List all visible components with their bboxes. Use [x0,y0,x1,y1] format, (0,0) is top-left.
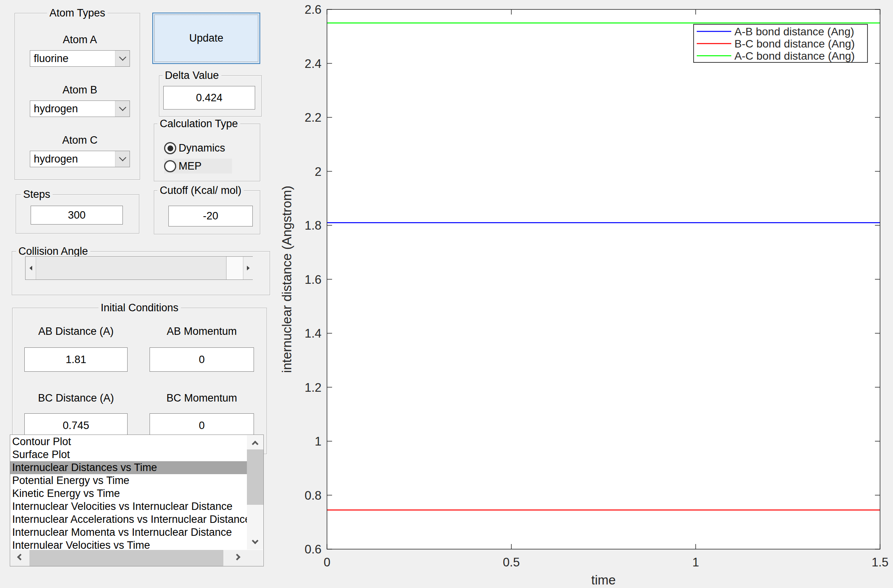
horizontal-scrollbar[interactable] [11,550,263,566]
calculation-type-panel: Calculation Type Dynamics MEP [154,124,260,181]
list-item[interactable]: Internulear Velocities vs Time [10,539,247,550]
y-tick-label: 1 [315,435,321,448]
vertical-scrollbar-thumb[interactable] [247,449,263,505]
chevron-right-icon[interactable] [229,550,245,566]
atom-a-dropdown[interactable]: fluorine [30,50,130,67]
x-tick-label: 1.5 [871,555,888,569]
dynamics-radio-label: Dynamics [179,142,225,154]
collision-angle-panel: Collision Angle [12,251,270,295]
atom-types-panel: Atom Types Atom A fluorine Atom B hydrog… [15,13,140,180]
y-tick-label: 1.6 [305,273,321,287]
atom-c-dropdown[interactable]: hydrogen [30,151,130,167]
collision-angle-title: Collision Angle [16,245,90,257]
atom-c-value: hydrogen [30,153,115,165]
update-button[interactable]: Update [152,13,260,64]
bc-distance-label: BC Distance (A) [24,392,128,404]
app-window: { "colors": { "background": "#f0f0f0", "… [0,0,893,588]
cutoff-title: Cutoff (Kcal/ mol) [157,184,244,196]
x-axis-label: time [591,573,615,587]
distance-vs-time-chart: 0.60.811.21.41.61.822.22.42.600.511.5tim… [271,0,893,588]
list-item[interactable]: Internuclear Distances vs Time [10,461,247,474]
update-button-label: Update [189,32,223,44]
y-tick-label: 2.4 [305,57,321,71]
mep-radio[interactable] [164,160,176,172]
y-tick-label: 1.8 [305,219,321,232]
triangle-right-icon[interactable] [243,257,253,279]
atom-b-value: hydrogen [30,103,115,115]
list-item[interactable]: Surface Plot [10,448,247,461]
atom-b-dropdown[interactable]: hydrogen [30,100,130,117]
plot-area [327,9,880,549]
slider-thumb[interactable] [36,257,226,279]
x-tick-label: 1 [692,555,699,569]
y-tick-label: 2 [315,165,321,179]
ab-momentum-field[interactable] [150,347,254,372]
horizontal-scrollbar-thumb[interactable] [29,550,223,566]
list-item[interactable]: Internuclear Accelerations vs Internucle… [10,513,247,526]
list-item[interactable]: Kinetic Energy vs Time [10,487,247,500]
cutoff-field[interactable] [168,206,253,226]
legend-entry: B-C bond distance (Ang) [734,38,855,50]
ab-momentum-label: AB Momentum [150,325,254,338]
delta-value-title: Delta Value [163,69,221,81]
atom-types-title: Atom Types [47,7,108,19]
steps-title: Steps [21,188,53,200]
delta-value-panel: Delta Value [159,75,262,117]
bc-momentum-field[interactable] [150,413,254,438]
initial-conditions-title: Initial Conditions [98,302,181,314]
chevron-down-icon[interactable] [115,151,130,167]
ab-distance-label: AB Distance (A) [24,325,128,338]
chevron-left-icon[interactable] [12,550,29,566]
list-item[interactable]: Potential Energy vs Time [10,474,247,487]
y-axis-label: internuclear distance (Angstrom) [279,186,294,373]
mep-radio-label: MEP [179,160,202,172]
atom-a-label: Atom A [30,34,130,46]
triangle-left-icon[interactable] [26,257,36,279]
chevron-down-icon[interactable] [115,101,130,117]
y-tick-label: 1.4 [305,327,321,340]
list-item[interactable]: Contour Plot [10,435,247,448]
atom-b-label: Atom B [30,84,130,96]
cutoff-panel: Cutoff (Kcal/ mol) [154,190,260,234]
y-tick-label: 1.2 [305,381,321,394]
list-item[interactable]: Internuclear Momenta vs Internuclear Dis… [10,526,247,539]
steps-panel: Steps [16,194,139,234]
initial-conditions-panel: Initial Conditions AB Distance (A) AB Mo… [12,308,267,454]
y-tick-label: 2.6 [305,3,321,16]
bc-distance-field[interactable] [24,413,128,438]
x-tick-label: 0.5 [503,555,520,569]
delta-value-field[interactable] [163,86,255,110]
legend-entry: A-B bond distance (Ang) [734,26,854,38]
x-tick-label: 0 [323,555,330,569]
plot-type-listbox[interactable]: Contour PlotSurface PlotInternuclear Dis… [10,435,264,566]
ab-distance-field[interactable] [24,347,128,372]
atom-a-value: fluorine [30,53,115,65]
y-tick-label: 2.2 [305,111,321,124]
collision-angle-slider[interactable] [25,256,253,280]
calculation-type-title: Calculation Type [157,118,240,130]
listbox-items: Contour PlotSurface PlotInternuclear Dis… [10,435,247,550]
chevron-down-icon[interactable] [247,535,263,550]
chevron-up-icon[interactable] [247,435,263,449]
list-item[interactable]: Internuclear Velocities vs Internuclear … [10,500,247,513]
y-tick-label: 0.6 [305,542,321,556]
dynamics-radio[interactable] [164,142,176,154]
atom-c-label: Atom C [30,134,130,146]
y-tick-label: 0.8 [305,489,321,502]
steps-field[interactable] [31,206,123,225]
bc-momentum-label: BC Momentum [150,392,254,404]
legend-entry: A-C bond distance (Ang) [734,50,855,62]
vertical-scrollbar[interactable] [247,435,263,550]
chevron-down-icon[interactable] [115,51,130,66]
